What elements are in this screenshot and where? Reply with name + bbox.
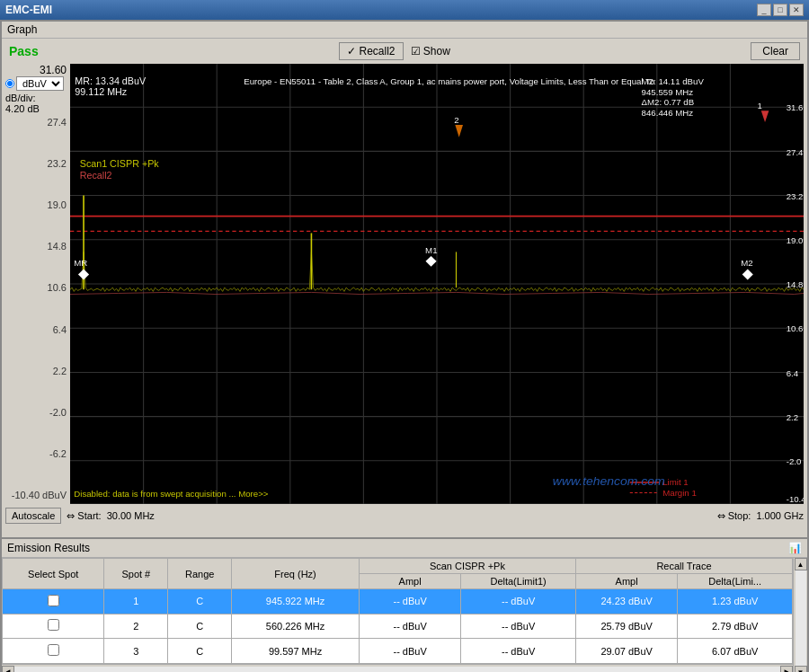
svg-text:-10.4: -10.4 xyxy=(787,494,804,504)
y-label-6: 2.2 xyxy=(53,367,67,376)
col-header-freq: Freq (Hz) xyxy=(232,559,360,589)
title-bar-buttons: _ □ ✕ xyxy=(757,4,804,16)
y-label-0: 27.4 xyxy=(48,118,67,128)
scroll-down-button[interactable]: ▼ xyxy=(795,666,807,672)
col-header-spot: Spot # xyxy=(104,559,168,589)
svg-text:10.6: 10.6 xyxy=(787,324,804,334)
scrollbar-v-track[interactable] xyxy=(796,570,806,666)
maximize-button[interactable]: □ xyxy=(773,4,787,16)
svg-text:ΔM2: 0.77 dB: ΔM2: 0.77 dB xyxy=(642,97,694,107)
graph-controls-row: Pass ✓ Recall2 ☑ Show Clear xyxy=(5,42,804,60)
recall-button[interactable]: ✓ Recall2 xyxy=(339,42,403,60)
scroll-up-button[interactable]: ▲ xyxy=(795,558,807,570)
row2-freq: 560.226 MHz xyxy=(232,614,360,639)
row1-range: C xyxy=(168,589,232,615)
emission-label: Emission Results xyxy=(7,542,90,554)
svg-text:14.8: 14.8 xyxy=(787,279,804,289)
row1-recall-delta: 1.23 dBuV xyxy=(678,589,793,615)
scrollbar-horizontal[interactable]: ◄ ► xyxy=(2,664,793,672)
row2-scan-ampl: -- dBuV xyxy=(359,614,460,639)
emission-icon[interactable]: 📊 xyxy=(788,542,802,554)
y-label-8: -6.2 xyxy=(49,449,67,459)
row1-scan-ampl: -- dBuV xyxy=(359,589,460,615)
unit-select[interactable]: dBuV xyxy=(16,76,64,91)
close-button[interactable]: ✕ xyxy=(789,4,804,16)
row3-freq: 99.597 MHz xyxy=(232,639,360,664)
svg-text:MR: MR xyxy=(74,258,87,268)
row2-select[interactable] xyxy=(3,614,104,639)
row1-checkbox[interactable] xyxy=(48,595,59,606)
scroll-right-button[interactable]: ► xyxy=(780,666,793,673)
row1-recall-ampl: 24.23 dBuV xyxy=(575,589,677,615)
row2-range: C xyxy=(168,614,232,639)
svg-text:M1: M1 xyxy=(425,246,437,256)
y-label-7: -2.0 xyxy=(49,408,67,418)
row3-checkbox[interactable] xyxy=(48,644,59,656)
clear-button[interactable]: Clear xyxy=(751,42,800,60)
y-label-5: 6.4 xyxy=(53,325,67,335)
row2-recall-ampl: 25.79 dBuV xyxy=(575,614,677,639)
unit-selector[interactable]: dBuV xyxy=(5,76,67,91)
row3-select[interactable] xyxy=(3,639,104,664)
svg-text:Disabled: data is from swept a: Disabled: data is from swept acquisition… xyxy=(74,489,269,499)
svg-text:2.2: 2.2 xyxy=(787,412,798,422)
svg-text:99.112 MHz: 99.112 MHz xyxy=(75,86,127,97)
svg-text:23.2: 23.2 xyxy=(787,191,804,201)
scroll-left-button[interactable]: ◄ xyxy=(2,666,14,673)
y-label-9: -10.40 dBuV xyxy=(12,491,67,500)
col-header-select-spot: Select Spot xyxy=(3,559,104,589)
y-label-1: 23.2 xyxy=(48,159,67,169)
start-value: 30.00 MHz xyxy=(107,510,155,521)
col-header-delta-scan: Delta(Limit1) xyxy=(461,574,576,589)
table-row[interactable]: 1 C 945.922 MHz -- dBuV -- dBuV 24.23 dB… xyxy=(3,589,793,615)
row3-recall-ampl: 29.07 dBuV xyxy=(575,639,677,664)
chart-svg: MR: 13.34 dBuV 99.112 MHz Europe - EN550… xyxy=(70,64,804,504)
svg-text:6.4: 6.4 xyxy=(787,368,799,378)
db-div-label: dB/div: 4.20 dB xyxy=(5,93,67,114)
row1-select[interactable] xyxy=(3,589,104,615)
svg-text:19.0: 19.0 xyxy=(787,235,804,245)
col-header-ampl-scan: Ampl xyxy=(359,574,460,589)
table-row[interactable]: 2 C 560.226 MHz -- dBuV -- dBuV 25.79 dB… xyxy=(3,614,793,639)
row1-freq: 945.922 MHz xyxy=(232,589,360,615)
minimize-button[interactable]: _ xyxy=(757,4,771,16)
svg-text:1: 1 xyxy=(757,101,761,111)
col-header-delta-recall: Delta(Limi... xyxy=(678,574,793,589)
row3-scan-ampl: -- dBuV xyxy=(359,639,460,664)
col-header-range: Range xyxy=(168,559,232,589)
svg-text:-2.0: -2.0 xyxy=(787,456,802,466)
svg-text:2: 2 xyxy=(454,115,458,125)
svg-text:945.559 MHz: 945.559 MHz xyxy=(642,87,694,97)
col-header-scan-cispr: Scan CISPR +Pk xyxy=(359,559,575,574)
row1-scan-delta: -- dBuV xyxy=(461,589,576,615)
row3-recall-delta: 6.07 dBuV xyxy=(678,639,793,664)
svg-text:Europe - EN55011 - Table 2, Cl: Europe - EN55011 - Table 2, Class A, Gro… xyxy=(244,76,654,86)
row2-spot: 2 xyxy=(104,614,168,639)
svg-text:M2: M2 xyxy=(741,258,752,268)
autoscale-button[interactable]: Autoscale xyxy=(5,508,61,524)
stop-value: 1.000 GHz xyxy=(756,510,804,521)
show-checkbox[interactable]: ☑ Show xyxy=(411,45,450,57)
table-row[interactable]: 3 C 99.597 MHz -- dBuV -- dBuV 29.07 dBu… xyxy=(3,639,793,664)
graph-with-scale: 31.60 dBuV dB/div: 4.20 dB 27.4 xyxy=(5,64,804,504)
scrollbar-h-track[interactable] xyxy=(14,667,780,673)
y-label-4: 10.6 xyxy=(48,283,67,293)
row3-range: C xyxy=(168,639,232,664)
emission-section: Emission Results 📊 Select Spot Spot # Ra… xyxy=(2,537,807,672)
svg-text:Limit 1: Limit 1 xyxy=(662,477,688,487)
chart-area[interactable]: MR: 13.34 dBuV 99.112 MHz Europe - EN550… xyxy=(70,64,804,504)
scrollbar-vertical[interactable]: ▲ ▼ xyxy=(793,558,807,672)
y-scale-labels: 27.4 23.2 19.0 14.8 10.6 6.4 2.2 -2.0 -6… xyxy=(12,118,67,504)
stop-label: ⇔ Stop: xyxy=(717,510,751,522)
col-header-recall-trace: Recall Trace xyxy=(575,559,792,574)
svg-text:Margin 1: Margin 1 xyxy=(662,488,697,498)
title-bar: EMC-EMI _ □ ✕ xyxy=(0,0,809,20)
emission-table: Select Spot Spot # Range Freq (Hz) Scan … xyxy=(2,558,793,664)
unit-radio[interactable] xyxy=(5,79,14,88)
row3-scan-delta: -- dBuV xyxy=(461,639,576,664)
svg-text:27.4: 27.4 xyxy=(787,147,804,157)
row2-checkbox[interactable] xyxy=(48,619,59,631)
svg-text:M2: 14.11 dBuV: M2: 14.11 dBuV xyxy=(642,76,705,86)
col-header-ampl-recall: Ampl xyxy=(575,574,677,589)
x-axis-bottom: Autoscale ⇔ Start: 30.00 MHz ⇔ Stop: 1.0… xyxy=(5,506,804,526)
